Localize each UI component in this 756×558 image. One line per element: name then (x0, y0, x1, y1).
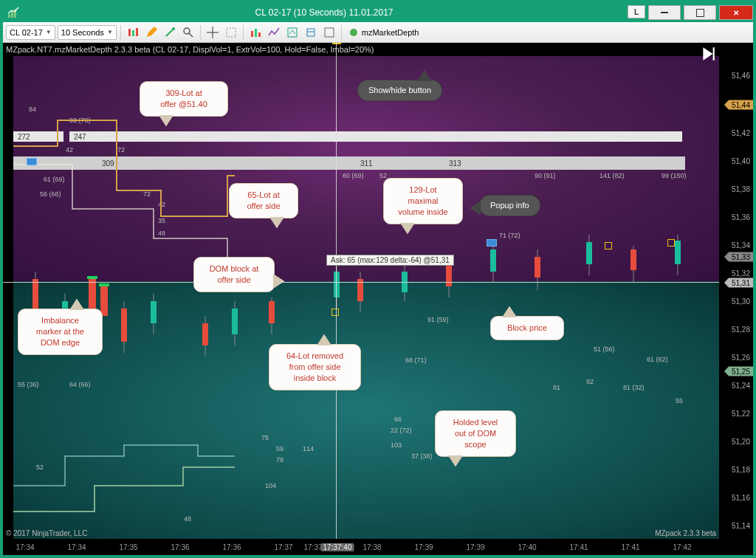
indicator-info-line: MZpack.NT7.mzMarketDepth 2.3.3 beta (CL … (6, 45, 374, 54)
price-axis[interactable]: 51,46 51,44 51,42 51,40 51,38 51,36 51,3… (719, 43, 753, 539)
callout-imbalance: Imbalancemarker at theDOM edge (18, 309, 103, 355)
hold-marker (487, 239, 497, 247)
callout-64lot: 64-Lot removedfrom offer sideinside bloc… (269, 344, 361, 390)
market-depth-indicator[interactable]: mzMarketDepth (350, 28, 419, 37)
instrument-label: CL 02-17 (10, 28, 43, 37)
svg-rect-21 (713, 47, 715, 61)
format-icon[interactable] (321, 24, 337, 41)
svg-rect-15 (258, 32, 261, 37)
svg-rect-0 (8, 14, 10, 18)
candles-icon[interactable] (125, 24, 141, 41)
chevron-down-icon: ▼ (107, 29, 113, 35)
svg-line-6 (166, 29, 173, 36)
bid-marker: 51,25 (729, 367, 753, 376)
current-time-label: 17:37:40 (321, 543, 354, 551)
svg-rect-17 (307, 29, 315, 36)
toolbar: CL 02-17 ▼ 10 Seconds ▼ mzMarketDepth (3, 22, 753, 43)
callout-block-price: Block price (490, 316, 564, 340)
wand-icon[interactable] (162, 24, 178, 41)
window-title: CL 02-17 (10 Seconds) 11.01.2017 (24, 7, 625, 18)
svg-line-9 (189, 33, 193, 37)
svg-rect-14 (255, 29, 257, 37)
crosshair-horizontal (3, 282, 719, 283)
period-select[interactable]: 10 Seconds ▼ (58, 25, 117, 40)
svg-rect-4 (132, 30, 134, 36)
cross-price-marker: 51,31 (729, 278, 753, 288)
callout-popup-info: Popup info (479, 195, 540, 216)
svg-rect-16 (288, 28, 297, 37)
bid-step-line (13, 43, 235, 555)
properties-icon[interactable] (303, 24, 319, 41)
data-series-icon[interactable] (247, 24, 264, 41)
svg-rect-12 (227, 28, 236, 37)
callout-309lot: 309-Lot atoffer @51.40 (140, 81, 228, 117)
callout-showhide: Show/hide button (357, 80, 442, 101)
pencil-icon[interactable] (143, 24, 159, 41)
strategies-icon[interactable] (284, 24, 300, 41)
svg-point-7 (172, 27, 175, 30)
period-label: 10 Seconds (61, 28, 104, 37)
callout-129lot: 129-Lotmaximalvolume inside (383, 178, 463, 224)
chart-area[interactable]: MZpack.NT7.mzMarketDepth 2.3.3 beta (CL … (3, 43, 753, 555)
maximize-button[interactable] (684, 5, 716, 20)
chevron-down-icon: ▼ (46, 29, 52, 35)
svg-point-8 (184, 28, 190, 34)
copyright-label: © 2017 NinjaTrader, LLC (6, 529, 87, 537)
ask-marker: 51,33 (729, 252, 753, 262)
block-marker (605, 242, 612, 249)
minimize-button[interactable] (648, 5, 681, 20)
callout-hold-level: Holded levelout of DOMscope (435, 410, 516, 457)
instrument-select[interactable]: CL 02-17 ▼ (6, 25, 55, 40)
hover-popup: Ask: 65 (max:129 delta:-64) @51,31 (326, 255, 454, 266)
callout-65lot: 65-Lot atoffer side (229, 183, 298, 218)
close-button[interactable]: ✕ (719, 5, 753, 20)
last-price-marker: 51,44 (729, 100, 753, 110)
show-hide-button[interactable] (700, 46, 716, 62)
crosshair-vertical (336, 43, 337, 539)
hold-marker (27, 158, 37, 165)
svg-rect-1 (11, 11, 13, 18)
svg-rect-19 (325, 28, 334, 37)
market-depth-label: mzMarketDepth (362, 28, 419, 37)
svg-rect-5 (136, 28, 138, 36)
svg-rect-3 (128, 29, 131, 36)
svg-marker-20 (703, 47, 712, 61)
app-window: CL 02-17 (10 Seconds) 11.01.2017 L ✕ CL … (0, 0, 756, 558)
indicators-icon[interactable] (266, 24, 282, 41)
layout-button[interactable]: L (628, 5, 645, 18)
version-label: MZpack 2.3.3 beta (655, 529, 716, 537)
imbalance-marker (89, 279, 96, 309)
block-marker (667, 239, 675, 247)
zoom-region-icon[interactable] (223, 24, 239, 41)
svg-rect-13 (251, 31, 253, 37)
crosshair-icon[interactable] (205, 24, 221, 41)
block-marker (331, 309, 339, 316)
callout-dom-block: DOM block atoffer side (193, 257, 275, 292)
zoom-icon[interactable] (180, 24, 196, 41)
app-icon (7, 7, 19, 18)
time-axis[interactable]: 17:34 17:34 17:35 17:36 17:36 17:37 17:3… (3, 539, 719, 555)
status-dot-icon (350, 29, 357, 36)
titlebar: CL 02-17 (10 Seconds) 11.01.2017 L ✕ (3, 3, 753, 22)
